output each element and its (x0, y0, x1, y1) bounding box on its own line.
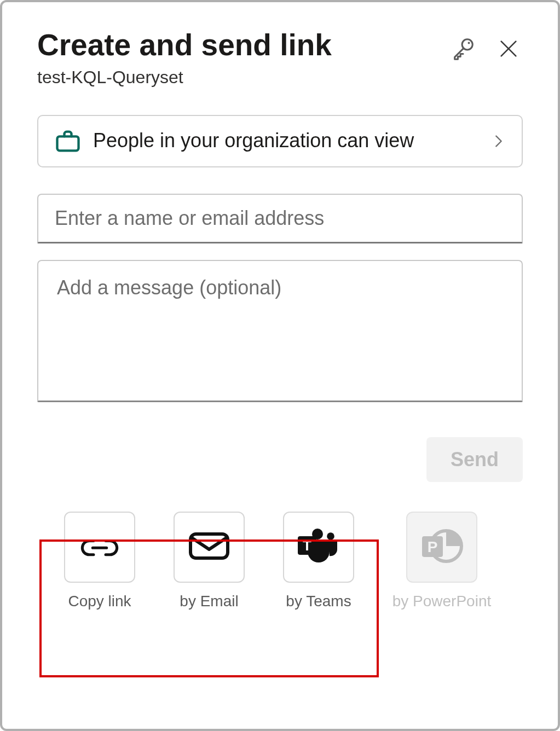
item-name: test-KQL-Queryset (37, 67, 451, 88)
close-icon (498, 38, 519, 60)
permission-description: People in your organization can view (93, 127, 491, 154)
key-icon (451, 36, 476, 61)
header-text-block: Create and send link test-KQL-Queryset (37, 28, 451, 88)
dialog-header: Create and send link test-KQL-Queryset (37, 28, 523, 88)
by-powerpoint-label: by PowerPoint (392, 593, 492, 610)
recipient-input[interactable] (37, 194, 523, 243)
send-row: Send (37, 437, 523, 482)
copy-link-option: Copy link (61, 512, 138, 610)
svg-point-1 (468, 42, 470, 44)
teams-icon: T (295, 526, 343, 568)
message-textarea[interactable] (37, 260, 523, 402)
key-button[interactable] (451, 36, 476, 61)
mail-icon (187, 530, 231, 565)
svg-point-6 (327, 532, 334, 540)
permission-settings-row[interactable]: People in your organization can view (37, 115, 523, 167)
share-dialog: Create and send link test-KQL-Queryset P… (0, 0, 560, 731)
powerpoint-icon: P (418, 526, 466, 568)
by-teams-option: T by Teams (280, 512, 357, 610)
briefcase-icon (54, 127, 93, 155)
by-email-option: by Email (171, 512, 247, 610)
svg-text:T: T (303, 537, 311, 554)
svg-rect-4 (190, 534, 228, 558)
svg-rect-2 (57, 136, 79, 150)
chevron-right-icon (491, 130, 506, 152)
by-teams-button[interactable]: T (283, 512, 354, 583)
by-email-button[interactable] (174, 512, 245, 583)
header-actions (451, 36, 519, 61)
copy-link-button[interactable] (64, 512, 135, 583)
by-powerpoint-button[interactable]: P (406, 512, 477, 583)
dialog-title: Create and send link (37, 28, 451, 62)
by-email-label: by Email (180, 593, 238, 610)
close-button[interactable] (498, 38, 519, 60)
copy-link-label: Copy link (68, 593, 131, 610)
share-options-row: Copy link by Email T by Teams P (37, 512, 523, 610)
send-button[interactable]: Send (426, 437, 523, 482)
svg-text:P: P (428, 538, 438, 555)
by-powerpoint-option: P by PowerPoint (390, 512, 494, 610)
by-teams-label: by Teams (286, 593, 351, 610)
link-icon (79, 533, 120, 561)
